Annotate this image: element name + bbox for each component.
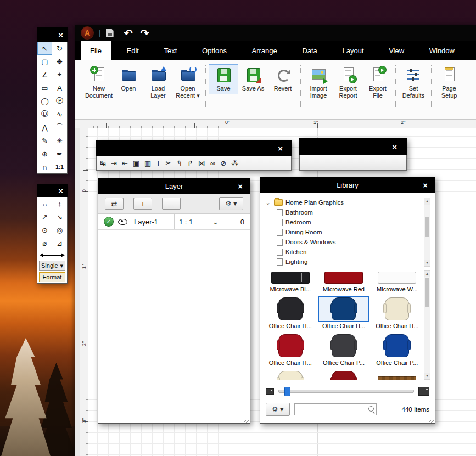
tab-edit[interactable]: Edit [117, 41, 148, 60]
save-button[interactable]: Save [209, 64, 238, 94]
undo-button[interactable]: ↶ [124, 28, 133, 38]
tab-data[interactable]: Data [293, 41, 326, 60]
empty-toolbar-titlebar[interactable]: × [299, 138, 407, 155]
layer-scale-dropdown[interactable]: 1 : 1 ⌄ [174, 214, 223, 229]
diagonal-dimension-tool[interactable]: ↗ [37, 210, 52, 223]
tree-item[interactable]: Bedroom [265, 217, 430, 227]
layer-row[interactable]: ✓ Layer-1 1 : 1 ⌄ 0 [98, 214, 250, 230]
rotate-right-icon[interactable]: ↱ [187, 160, 193, 167]
load-layer-button[interactable]: Load Layer [143, 64, 173, 102]
scroll-up-icon[interactable]: ▴ [424, 271, 430, 277]
align-left-icon[interactable]: ⇤ [122, 160, 128, 167]
export-file-button[interactable]: Export File [363, 64, 393, 102]
redo-button[interactable]: ↷ [141, 28, 149, 38]
select-tool[interactable]: ↖ [37, 42, 52, 55]
slider-thumb[interactable] [284, 387, 290, 396]
actual-size-tool[interactable]: 1:1 [52, 160, 67, 173]
print-button[interactable]: Pri [470, 64, 476, 94]
tab-layout[interactable]: Layout [333, 41, 373, 60]
rotate-tool[interactable]: ↻ [52, 42, 67, 55]
tab-text[interactable]: Text [155, 41, 187, 60]
open-button[interactable]: Open [114, 64, 143, 94]
library-options-dropdown[interactable]: ⚙ ▾ [266, 403, 290, 416]
angle-dimension-tool[interactable]: ⊿ [52, 237, 67, 250]
tab-options[interactable]: Options [193, 41, 236, 60]
marquee-tool[interactable]: ▢ [37, 55, 52, 68]
merge-layers-button[interactable]: ⇄ [105, 198, 124, 210]
rectangle-tool[interactable]: ▭ [37, 81, 52, 94]
library-item[interactable]: Microwave Red [318, 270, 369, 292]
library-item[interactable]: Office Chair P... [318, 333, 369, 366]
pencil-tool[interactable]: ✎ [37, 134, 52, 147]
layer-visibility-icon[interactable] [118, 219, 127, 225]
arc-tool[interactable]: ⌒ [52, 121, 67, 134]
library-item[interactable]: Microwave W... [372, 270, 423, 292]
dimension-mode-select[interactable]: Single ▾ [39, 261, 65, 271]
open-recent-button[interactable]: Open Recent ▾ [173, 64, 203, 102]
close-icon[interactable]: × [238, 182, 243, 190]
scrollbar-thumb[interactable] [425, 278, 429, 307]
polygon-tool[interactable]: Ⓟ [52, 94, 67, 108]
tab-arrange[interactable]: Arrange [243, 41, 287, 60]
layer-active-icon[interactable]: ✓ [104, 217, 114, 227]
format-button[interactable]: Format [39, 272, 65, 282]
resize-grip[interactable] [427, 415, 434, 423]
cut-icon[interactable]: ✂ [165, 160, 171, 167]
tree-item[interactable]: Dining Room [265, 227, 430, 237]
protractor-tool[interactable]: ∠ [37, 68, 52, 81]
clone-icon[interactable]: ▥ [144, 160, 151, 167]
library-item[interactable] [265, 369, 316, 380]
mirror-icon[interactable]: ⋈ [198, 160, 205, 167]
large-thumbnails-icon[interactable] [418, 387, 429, 396]
page-setup-button[interactable]: Page Setup [434, 64, 464, 102]
save-as-button[interactable]: Save As [238, 64, 268, 94]
double-arrow-icon[interactable] [39, 251, 65, 259]
v-dimension-tool[interactable]: ↕ [52, 197, 67, 210]
tab-view[interactable]: View [379, 41, 413, 60]
layer-name[interactable]: Layer-1 [134, 218, 174, 226]
close-icon[interactable]: × [58, 31, 63, 39]
thumbnail-zoom-slider[interactable] [278, 390, 414, 393]
close-icon[interactable]: × [58, 187, 63, 195]
library-item[interactable] [318, 369, 369, 380]
layer-panel-titlebar[interactable]: Layer × [98, 178, 250, 194]
set-defaults-button[interactable]: Set Defaults [399, 64, 428, 102]
spline-tool[interactable]: ∿ [52, 108, 67, 121]
items-scrollbar[interactable]: ▴ ▾ [424, 270, 430, 380]
library-item[interactable]: Office Chair H... [372, 296, 423, 329]
scroll-down-icon[interactable]: ▾ [424, 373, 430, 379]
circle-dimension-tool[interactable]: ⌀ [37, 237, 52, 250]
ellipse-tool[interactable]: ◯ [37, 94, 52, 108]
dimension-tool[interactable]: Ⓓ [37, 108, 52, 121]
center-point-tool[interactable]: ⊕ [37, 147, 52, 160]
tree-root-row[interactable]: ⌄ Home Plan Graphics [265, 198, 430, 207]
align-toolbar-titlebar[interactable]: × [96, 140, 292, 156]
distribute-icon[interactable]: ↹ [100, 160, 106, 167]
revert-button[interactable]: Revert [268, 64, 298, 94]
library-search-input[interactable] [294, 403, 377, 415]
library-panel-titlebar[interactable]: Library × [260, 177, 435, 193]
tab-window[interactable]: Window [420, 41, 464, 60]
scrollbar-thumb[interactable] [425, 217, 429, 237]
polyline-tool[interactable]: ⋀ [37, 121, 52, 134]
tree-scrollbar[interactable]: ▴ ▾ [424, 198, 430, 267]
library-item[interactable]: Office Chair H... [265, 333, 316, 366]
close-icon[interactable]: × [423, 181, 428, 189]
tools-palette-titlebar[interactable]: × [37, 27, 68, 42]
rotate-left-icon[interactable]: ↰ [176, 160, 182, 167]
close-icon[interactable]: × [392, 143, 397, 151]
quick-save-icon[interactable] [106, 29, 114, 37]
tree-item[interactable]: Bathroom [265, 207, 430, 217]
library-item[interactable]: Office Chair P... [372, 333, 423, 366]
add-layer-button[interactable]: + [133, 198, 152, 210]
magnet-tool[interactable]: ∩ [37, 160, 52, 173]
leader-dimension-tool[interactable]: ↘ [52, 210, 67, 223]
small-thumbnails-icon[interactable] [266, 388, 274, 395]
library-item[interactable]: Office Chair H... [265, 296, 316, 329]
radius-dimension-tool[interactable]: ⊙ [37, 223, 52, 237]
star-tool[interactable]: ✳ [52, 134, 67, 147]
tab-file[interactable]: File [81, 41, 111, 60]
export-report-button[interactable]: Export Report [333, 64, 363, 102]
h-dimension-tool[interactable]: ↔ [37, 197, 52, 210]
eyedropper-tool[interactable]: ✒ [52, 147, 67, 160]
